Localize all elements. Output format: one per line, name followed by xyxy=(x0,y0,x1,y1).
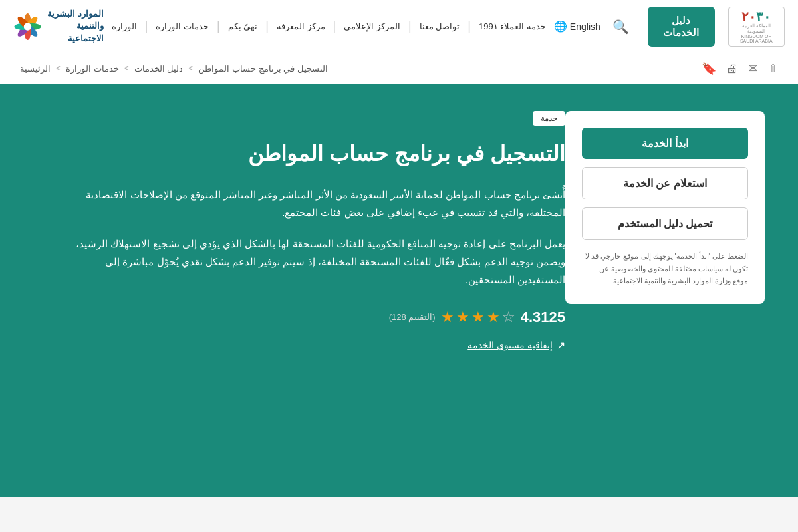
ministry-logo: الموارد البشرية والتنمية الاجتماعية xyxy=(13,8,104,45)
nav-item-services[interactable]: خدمات الوزارة xyxy=(148,21,217,31)
external-link-icon: ↗ xyxy=(557,339,565,352)
star-5: ☆ xyxy=(502,309,515,326)
service-level-label: إتفاقية مستوى الخدمة xyxy=(467,340,553,350)
inquiry-service-button[interactable]: استعلام عن الخدمة xyxy=(582,167,748,200)
stars-display: ★ ★ ★ ★ ☆ xyxy=(441,309,515,326)
nav-item-customer-service[interactable]: خدمة العملاء 199١ xyxy=(471,21,554,31)
ministry-name: الموارد البشرية والتنمية الاجتماعية xyxy=(47,8,104,45)
svg-point-8 xyxy=(24,23,31,30)
start-service-button[interactable]: ابدأ الخدمة xyxy=(582,128,748,159)
star-1: ★ xyxy=(441,309,454,326)
print-icon[interactable]: 🖨 xyxy=(726,62,738,76)
nav-item-knowledge[interactable]: مركز المعرفة xyxy=(269,21,333,31)
email-icon[interactable]: ✉ xyxy=(748,61,758,76)
top-navigation: ٢٠٣٠ المملكة العربية السعوديةKINGDOM OF … xyxy=(0,0,798,53)
nav-item-media[interactable]: المركز الإعلامي xyxy=(336,21,408,31)
nav-item-contact[interactable]: تواصل معنا xyxy=(412,21,468,31)
service-desc-1: أُنشئ برنامج حساب المواطن لحماية الأسر ا… xyxy=(60,186,565,221)
share-icon[interactable]: ⇧ xyxy=(768,61,778,76)
nav-item-ministry[interactable]: الوزارة xyxy=(104,21,145,31)
main-navigation: خدمة العملاء 199١ | تواصل معنا | المركز … xyxy=(104,19,554,33)
sidebar-card: ابدأ الخدمة استعلام عن الخدمة تحميل دليل… xyxy=(565,111,765,304)
breadcrumb-bar: ⇧ ✉ 🖨 🔖 التسجيل في برنامج حساب المواطن >… xyxy=(0,53,798,84)
service-level-link[interactable]: ↗ إتفاقية مستوى الخدمة xyxy=(60,339,565,352)
breadcrumb-actions: ⇧ ✉ 🖨 🔖 xyxy=(702,61,778,76)
nav-item-about[interactable]: نهيّ بكم xyxy=(220,21,266,31)
rating-area: 4.3125 ★ ★ ★ ★ ☆ (التقييم 128) xyxy=(60,309,565,326)
search-icon[interactable]: 🔍 xyxy=(612,19,629,35)
breadcrumb-guide[interactable]: دليل الخدمات xyxy=(134,64,184,74)
main-content: ابدأ الخدمة استعلام عن الخدمة تحميل دليل… xyxy=(0,84,798,497)
service-title: التسجيل في برنامج حساب المواطن xyxy=(60,139,565,169)
star-3: ★ xyxy=(471,309,485,326)
star-4: ★ xyxy=(487,309,500,326)
vision-badge: ٢٠٣٠ المملكة العربية السعوديةKINGDOM OF … xyxy=(728,7,785,47)
service-content-area: خدمة التسجيل في برنامج حساب المواطن أُنش… xyxy=(33,111,565,352)
vision-2030-text: ٢٠٣٠ xyxy=(741,10,771,23)
star-2: ★ xyxy=(456,309,469,326)
language-button[interactable]: English 🌐 xyxy=(554,20,600,33)
logo-area: ٢٠٣٠ المملكة العربية السعوديةKINGDOM OF … xyxy=(554,7,785,47)
breadcrumb-services[interactable]: خدمات الوزارة xyxy=(66,64,119,74)
vision-sub-text: المملكة العربية السعوديةKINGDOM OF SAUDI… xyxy=(734,23,779,43)
ministry-flower-icon xyxy=(13,10,42,43)
download-manual-button[interactable]: تحميل دليل المستخدم xyxy=(582,207,748,240)
breadcrumb-register[interactable]: التسجيل في برنامج حساب المواطن xyxy=(198,64,327,74)
lang-label: English xyxy=(570,21,600,32)
rating-count: (التقييم 128) xyxy=(389,312,436,322)
breadcrumb: التسجيل في برنامج حساب المواطن > دليل ال… xyxy=(20,64,328,74)
breadcrumb-home[interactable]: الرئيسية xyxy=(20,64,51,74)
globe-icon: 🌐 xyxy=(554,20,567,33)
services-guide-button[interactable]: دليل الخدمات xyxy=(648,7,715,47)
sidebar-note: الضغط على 'ابدأ الخدمة' يوجهك إلى موقع خ… xyxy=(582,250,748,287)
rating-value: 4.3125 xyxy=(521,309,565,326)
service-desc-2: يعمل البرنامج على إعادة توجيه المنافع ال… xyxy=(60,235,565,289)
service-badge: خدمة xyxy=(533,111,565,126)
bookmark-icon[interactable]: 🔖 xyxy=(702,61,716,76)
